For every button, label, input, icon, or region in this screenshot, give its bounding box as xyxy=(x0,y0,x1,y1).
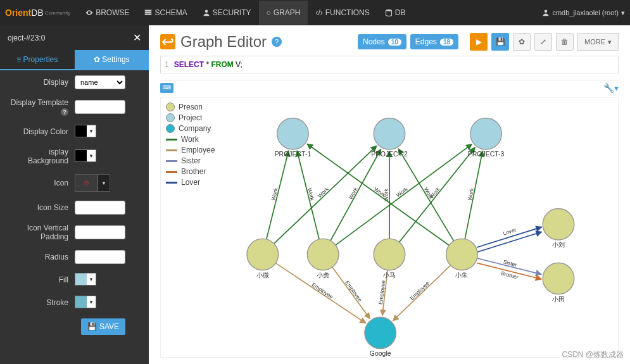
logo-sub: Community xyxy=(45,10,70,16)
line-number: 1 xyxy=(165,60,169,69)
legend-line-brother xyxy=(166,171,177,173)
logo: OrientDB Community xyxy=(5,8,70,18)
list-icon: ≡ xyxy=(16,55,23,64)
gear-icon: ✿ xyxy=(94,55,102,64)
nodes-pill[interactable]: Nodes10 xyxy=(358,34,406,49)
settings-form: Displayname Display Template ? Display C… xyxy=(0,70,149,340)
graph-canvas[interactable]: Preson Project Company Work Employee Sis… xyxy=(160,97,619,358)
label-fill: Fill xyxy=(6,275,75,284)
query-editor[interactable]: 1 SELECT * FROM V; xyxy=(160,56,619,73)
logo-db: DB xyxy=(31,8,43,18)
node-label: 小龚 xyxy=(317,272,329,279)
stroke-picker[interactable]: ▼ xyxy=(75,296,96,308)
node-label: PROJECT-1 xyxy=(275,151,312,158)
fill-picker[interactable]: ▼ xyxy=(75,273,96,286)
legend-line-sister xyxy=(166,160,177,162)
caret-down-icon: ▾ xyxy=(608,38,612,46)
svg-text:Brother: Brother xyxy=(500,270,519,281)
trash-icon: 🗑 xyxy=(561,37,569,46)
label-display-template: Display Template ? xyxy=(6,98,75,116)
node-label: 小微 xyxy=(256,272,269,279)
gear-icon: ✿ xyxy=(519,37,525,46)
wrench-icon[interactable]: 🔧▾ xyxy=(603,83,619,93)
icon-picker[interactable]: ⊘▼ xyxy=(75,174,110,192)
edge-label: Employee xyxy=(311,281,334,300)
graph-icon: ○ xyxy=(267,8,271,17)
page-title: ↩ Graph Editor ? xyxy=(160,33,282,51)
canvas-toolbar: ⌨ 🔧▾ xyxy=(160,80,619,96)
keyboard-icon[interactable]: ⌨ xyxy=(160,83,173,93)
save-query-button[interactable]: 💾 xyxy=(491,33,509,51)
edge-label: Employee xyxy=(377,280,386,304)
radius-input[interactable] xyxy=(75,250,125,264)
svg-point-2 xyxy=(545,10,548,13)
label-display-color: Display Color xyxy=(6,127,75,136)
nav-graph[interactable]: ○GRAPH xyxy=(259,1,308,25)
sidebar-title: oject-#23:0 xyxy=(8,34,45,42)
save-button[interactable]: 💾SAVE xyxy=(81,318,125,335)
node-label: 小马 xyxy=(383,272,396,279)
delete-button[interactable]: 🗑 xyxy=(556,33,574,51)
graph-node[interactable] xyxy=(543,263,574,294)
icon-size-input[interactable] xyxy=(75,201,125,215)
user-menu[interactable]: cmdb_jiaxiaolei (root)▾ xyxy=(542,9,625,17)
legend-dot-preson xyxy=(166,103,175,111)
settings-button[interactable]: ✿ xyxy=(513,33,531,51)
list-icon xyxy=(144,9,152,16)
display-template-input[interactable] xyxy=(75,100,125,114)
label-display: Display xyxy=(6,78,75,87)
code-icon: ‹/› xyxy=(315,8,322,17)
nav-security[interactable]: SECURITY xyxy=(195,1,259,25)
node-label: 小刘 xyxy=(552,241,565,248)
edge-label: Employee xyxy=(344,279,363,303)
help-icon[interactable]: ? xyxy=(61,108,68,116)
graph-node[interactable] xyxy=(470,118,502,149)
help-icon[interactable]: ? xyxy=(272,37,282,47)
legend-dot-company xyxy=(166,124,175,133)
icon-vpad-input[interactable] xyxy=(75,225,125,239)
main-nav: BROWSE SCHEMA SECURITY ○GRAPH ‹/›FUNCTIO… xyxy=(78,1,413,25)
caret-down-icon: ▾ xyxy=(621,9,625,17)
topbar: OrientDB Community BROWSE SCHEMA SECURIT… xyxy=(0,0,630,25)
tab-properties[interactable]: ≡ Properties xyxy=(0,50,75,70)
graph-node[interactable] xyxy=(543,208,574,240)
legend-line-lover xyxy=(166,182,177,184)
graph-node[interactable] xyxy=(247,239,279,270)
svg-point-1 xyxy=(386,9,391,11)
node-label: 小田 xyxy=(552,296,565,303)
database-icon xyxy=(385,9,393,16)
nav-db[interactable]: DB xyxy=(377,1,413,25)
node-label: 小朱 xyxy=(455,272,468,279)
nav-schema[interactable]: SCHEMA xyxy=(137,1,194,25)
close-icon[interactable]: ✕ xyxy=(133,32,141,44)
back-icon[interactable]: ↩ xyxy=(160,34,175,49)
tab-settings[interactable]: ✿ Settings xyxy=(75,50,149,70)
node-label: Google xyxy=(370,350,391,357)
graph-node[interactable] xyxy=(365,317,396,349)
edge-label: Employee xyxy=(408,280,431,301)
graph-node[interactable] xyxy=(374,239,405,270)
user-icon xyxy=(542,9,550,16)
logo-orient: Orient xyxy=(5,8,31,18)
node-label: PROJECT-3 xyxy=(468,151,505,158)
legend-line-employee xyxy=(166,149,177,151)
display-color-picker[interactable]: ▼ xyxy=(75,125,96,137)
nav-browse[interactable]: BROWSE xyxy=(78,1,137,25)
graph-node[interactable] xyxy=(277,118,309,149)
more-button[interactable]: MORE▾ xyxy=(577,33,619,51)
display-select[interactable]: name xyxy=(75,75,125,89)
label-icon-vpad: Icon Vertical Padding xyxy=(6,223,75,241)
display-bg-picker[interactable]: ▼ xyxy=(75,149,96,162)
eye-icon xyxy=(85,9,93,16)
expand-button[interactable]: ⤢ xyxy=(534,33,552,51)
label-icon-size: Icon Size xyxy=(6,203,75,212)
graph-node[interactable] xyxy=(307,239,339,270)
svg-point-0 xyxy=(205,10,208,13)
graph-node[interactable] xyxy=(374,118,405,149)
edges-pill[interactable]: Edges18 xyxy=(410,34,458,49)
nav-functions[interactable]: ‹/›FUNCTIONS xyxy=(308,1,377,25)
graph-svg[interactable]: WorkWorkWorkWorkWorkWorkWorkWorkWorkWork… xyxy=(161,97,618,357)
edge-label: Work xyxy=(270,187,279,201)
run-button[interactable]: ▶ xyxy=(470,33,488,51)
graph-node[interactable] xyxy=(446,239,478,270)
